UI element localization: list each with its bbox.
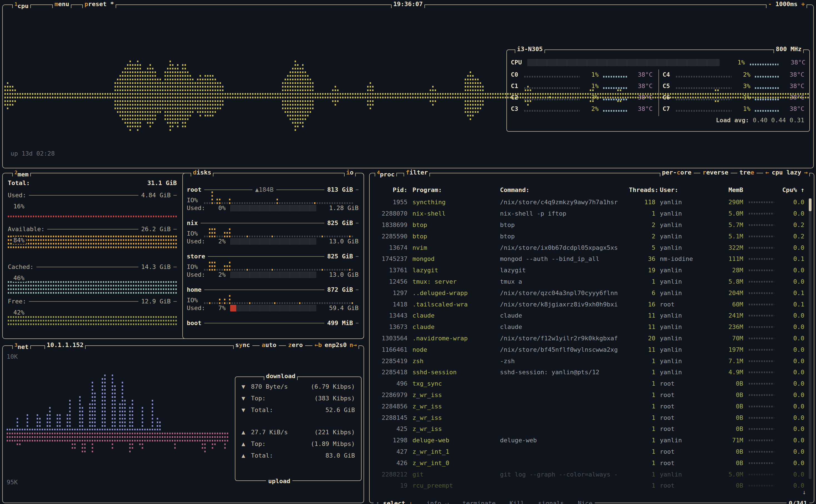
mem-entry-value: 26.2 GiB bbox=[141, 226, 171, 233]
proc-reverse-button[interactable]: reverse bbox=[700, 169, 731, 176]
process-row[interactable]: 13443claudeclaude11yanlin241M0.0 bbox=[370, 310, 814, 321]
process-name: ..deluged-wrapp bbox=[412, 290, 500, 297]
disk-name: nix bbox=[187, 219, 198, 227]
core-row: C53%38°C bbox=[663, 83, 810, 90]
process-row[interactable]: 1955syncthing/nix/store/c4q9zmkzy9awy7h7… bbox=[370, 197, 814, 208]
column-header-pid[interactable]: Pid: bbox=[374, 186, 407, 194]
process-threads: 2 bbox=[629, 221, 655, 229]
signals-button[interactable]: signals bbox=[538, 500, 564, 504]
net-zero-button[interactable]: zero bbox=[286, 341, 305, 349]
nice-button[interactable]: Nice bbox=[578, 500, 593, 504]
download-graph bbox=[7, 360, 162, 430]
mem-entry-percent: 46% bbox=[12, 275, 26, 282]
process-name: git bbox=[412, 471, 500, 478]
preset-button[interactable]: preset * bbox=[82, 1, 116, 8]
column-header-user[interactable]: User: bbox=[660, 186, 706, 194]
process-pid: 1955 bbox=[374, 199, 407, 206]
select-control[interactable]: ↑ select ↓ bbox=[376, 500, 412, 504]
process-row[interactable]: 1297..deluged-wrapp/nix/store/qzc04a3npl… bbox=[370, 287, 814, 299]
proc-scrollbar-thumb[interactable] bbox=[809, 198, 812, 211]
upload-label: 27.7 KiB/s bbox=[251, 429, 288, 436]
process-cpu: 0.0 bbox=[778, 448, 804, 455]
proc-tree-button[interactable]: tree bbox=[737, 169, 757, 176]
process-user: yanlin bbox=[660, 471, 706, 478]
disk-name: boot bbox=[187, 320, 201, 327]
process-row[interactable]: 426z_wr_int_01root0B0.0 bbox=[370, 457, 814, 469]
process-threads: 118 bbox=[629, 199, 655, 206]
process-mem-graph bbox=[749, 338, 774, 339]
column-header-command[interactable]: Command: bbox=[500, 186, 629, 194]
process-row[interactable]: 1418.tailscaled-wra/nix/store/k8jgiaxrz8… bbox=[370, 299, 814, 310]
disk-used-meter bbox=[230, 205, 316, 211]
process-row[interactable]: 2288212gitgit log --graph --color=always… bbox=[370, 469, 814, 480]
process-mem-graph bbox=[749, 440, 774, 441]
terminate-button[interactable]: terminate bbox=[462, 500, 496, 504]
column-header-program[interactable]: Program: bbox=[412, 186, 500, 194]
process-threads: 1 bbox=[629, 414, 655, 421]
mem-entry-label: Available: bbox=[8, 226, 44, 233]
process-mem: 204M bbox=[706, 290, 743, 297]
net-panel-title[interactable]: 3net bbox=[12, 341, 31, 351]
process-user: root bbox=[660, 301, 706, 308]
process-row[interactable]: 2285590btopbtop2yanlin5.1M0.2 bbox=[370, 231, 814, 242]
process-row[interactable]: 2285419zsh-zsh1yanlin7.1M0.0 bbox=[370, 355, 814, 367]
process-row[interactable]: 13761lazygitlazygit19yanlin28M0.0 bbox=[370, 265, 814, 276]
kill-button[interactable]: Kill bbox=[509, 500, 524, 504]
mem-panel-title[interactable]: 2mem bbox=[12, 169, 31, 178]
iface-prev-button[interactable]: ←b bbox=[315, 341, 322, 348]
process-row[interactable]: 425z_wr_iss1root0B0.0 bbox=[370, 423, 814, 435]
process-row[interactable]: 496txg_sync1root0B0.0 bbox=[370, 378, 814, 390]
proc-scrollbar-track[interactable] bbox=[809, 198, 812, 479]
net-auto-button[interactable]: auto bbox=[260, 341, 279, 349]
io-mode-button[interactable]: io bbox=[344, 169, 356, 176]
process-name: btop bbox=[412, 233, 500, 240]
iface-next-button[interactable]: n→ bbox=[350, 341, 357, 348]
cpu-total-row-content: CPU1%38°C bbox=[511, 59, 805, 66]
filter-button[interactable]: filter bbox=[404, 169, 430, 176]
sort-prev-button[interactable]: ← bbox=[765, 169, 769, 176]
process-row[interactable]: 2285418sshd-sessionsshd-session: yanlin@… bbox=[370, 367, 814, 378]
process-row[interactable]: 2286979z_wr_iss1root0B0.0 bbox=[370, 390, 814, 401]
process-row[interactable]: 2288145z_wr_iss1root0B0.0 bbox=[370, 412, 814, 423]
select-down-icon[interactable]: ↓ bbox=[409, 500, 412, 504]
process-row[interactable]: 1838699btopbtop2yanlin5.7M0.2 bbox=[370, 219, 814, 231]
process-row[interactable]: 427z_wr_int_11root0B0.0 bbox=[370, 446, 814, 458]
process-row[interactable]: 1745237mongodmongod --auth --bind_ip_all… bbox=[370, 253, 814, 265]
core-percent: 3% bbox=[734, 83, 750, 90]
scroll-down-indicator[interactable]: ↓ bbox=[802, 489, 806, 496]
proc-per-core-button[interactable]: per-core bbox=[660, 169, 694, 176]
interval-increase-button[interactable]: + bbox=[801, 1, 805, 8]
process-row[interactable]: 1166461node/nix/store/bf45nflf0wylnscwwa… bbox=[370, 344, 814, 355]
clock: 19:36:07 bbox=[391, 1, 425, 8]
process-row[interactable]: 12456tmux: servertmux a1yanlin5.8M0.0 bbox=[370, 276, 814, 288]
column-header-cpu[interactable]: Cpu% ↑ bbox=[778, 186, 804, 194]
sort-next-button[interactable]: → bbox=[804, 169, 808, 176]
process-row[interactable]: 2284856z_wr_iss1root0B0.0 bbox=[370, 401, 814, 412]
process-row[interactable]: 2288070nix-shellnix-shell -p iftop1yanli… bbox=[370, 208, 814, 219]
info-button[interactable]: info ↵ bbox=[426, 500, 448, 504]
core-spike-dot bbox=[549, 96, 551, 98]
process-name: z_wr_iss bbox=[412, 391, 500, 399]
select-up-icon[interactable]: ↑ bbox=[376, 500, 383, 504]
column-header-mem[interactable]: MemB bbox=[706, 186, 743, 194]
process-command: /nix/store/ix0b67dcdpl05xpagx5xs bbox=[500, 244, 629, 251]
process-row[interactable]: 1303564.navidrome-wrap/nix/store/f12w1yi… bbox=[370, 333, 814, 344]
process-row[interactable]: 19rcu_preempt1root0B0.0 bbox=[370, 480, 814, 491]
interval-decrease-button[interactable]: - bbox=[768, 1, 772, 8]
cpu-panel-title[interactable]: 1cpu bbox=[12, 1, 31, 10]
disks-title[interactable]: disks bbox=[191, 169, 213, 176]
core-percent: 3% bbox=[583, 94, 599, 101]
core-row: C01%38°C bbox=[511, 71, 658, 78]
column-header-threads[interactable]: Threads: bbox=[629, 186, 655, 194]
proc-panel-title[interactable]: 4proc bbox=[375, 169, 397, 178]
process-row[interactable]: 1298deluge-webdeluge-web1yanlin71M0.0 bbox=[370, 435, 814, 446]
disk-used-percent: 2% bbox=[211, 238, 226, 245]
process-row[interactable]: 13674nvim/nix/store/ix0b67dcdpl05xpagx5x… bbox=[370, 242, 814, 253]
net-sync-button[interactable]: sync bbox=[233, 341, 252, 349]
process-mem: 0B bbox=[706, 460, 743, 467]
process-command: /nix/store/f12w1yilr2r9k0kkgbxaf bbox=[500, 335, 629, 342]
process-row[interactable]: 13673claudeclaude11yanlin236M0.0 bbox=[370, 321, 814, 333]
core-temp-graph bbox=[603, 87, 628, 89]
menu-button[interactable]: menu bbox=[52, 1, 71, 8]
mem-total-value: 31.1 GiB bbox=[147, 179, 177, 187]
